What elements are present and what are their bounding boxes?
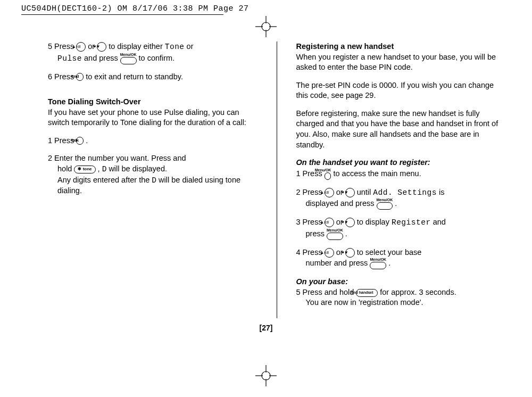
tone-dialing-para: If you have set your phone to use Pulse … (48, 107, 257, 128)
left-step-6: 6 Press end to exit and return to standb… (48, 72, 257, 82)
left-step-2-cont2: Any digits entered after the D will be d… (48, 175, 257, 196)
text: Any digits entered after the (57, 176, 152, 184)
left-step-2-cont1: hold ✱ tone , D will be displayed. (48, 164, 257, 175)
left-step-2: 2 Enter the number you want. Press and (48, 153, 257, 164)
down-icon: ♥▼ (97, 42, 106, 52)
registering-para1: When you register a new handset to your … (296, 52, 506, 73)
text: to confirm. (139, 53, 175, 62)
text: . (395, 199, 397, 208)
down-icon: ♥▼ (345, 218, 355, 227)
two-column-layout: 5 Press ▲rdl or ♥▼ to display either Ton… (48, 42, 505, 318)
text: number and press (306, 259, 370, 267)
crop-mark-top (255, 16, 277, 37)
tone-dialing-heading: Tone Dialing Switch-Over (48, 97, 257, 107)
add-settings-text: Add. Settings (373, 188, 437, 197)
right-step-1: 1 Press Menu/OK to access the main menu. (296, 168, 506, 180)
page-number: [27] (0, 324, 532, 332)
right-step-4: 4 Press ▲rdl or ♥▼ to select your base (296, 247, 506, 258)
header-rule (21, 14, 223, 15)
text: displayed and press (306, 199, 377, 208)
right-column: Registering a new handset When you regis… (296, 42, 506, 318)
right-step-5-cont: You are now in 'registration mode'. (296, 297, 506, 308)
text: hold (57, 164, 74, 173)
text: will be displayed. (109, 164, 167, 173)
menu-ok-icon: Menu/OK (120, 53, 137, 64)
text: until (357, 188, 373, 196)
up-icon: ▲rdl (325, 248, 334, 258)
tone-key-icon: ✱ tone (74, 166, 95, 173)
crop-mark-bottom (255, 365, 277, 386)
right-step-3: 3 Press ▲rdl or ♥▼ to display Register a… (296, 217, 506, 228)
text: is (439, 188, 444, 196)
registering-heading: Registering a new handset (296, 42, 506, 52)
right-step-2-cont: displayed and press Menu/OK . (296, 198, 506, 210)
menu-ok-icon: Menu/OK (327, 228, 343, 240)
left-step-5: 5 Press ▲rdl or ♥▼ to display either Ton… (48, 42, 257, 53)
menu-ok-icon: Menu/OK (377, 198, 393, 210)
register-text: Register (392, 218, 431, 227)
menu-ok-icon: Menu/OK (325, 168, 331, 180)
tone-text: Tone (165, 43, 185, 51)
registering-para3: Before registering, make sure the new ha… (296, 109, 506, 150)
right-step-4-cont: number and press Menu/OK . (296, 258, 506, 269)
right-step-3-cont: press Menu/OK . (296, 228, 506, 240)
text: . (345, 229, 347, 238)
text: 5 Press and hold (296, 288, 356, 296)
print-header: UC504DH(DECT160-2) OM 8/17/06 3:38 PM Pa… (0, 0, 532, 14)
on-base-sub: On your base: (296, 277, 506, 287)
svg-point-9 (262, 371, 270, 380)
text: press (306, 229, 327, 238)
column-divider (277, 42, 277, 318)
right-step-2: 2 Press ▲rdl or ♥▼ until Add. Settings i… (296, 187, 506, 198)
pulse-text: Pulse (57, 54, 82, 62)
text: and press (84, 53, 120, 62)
right-step-5: 5 Press and hold find handset for approx… (296, 287, 506, 298)
up-icon: ▲rdl (325, 188, 334, 197)
d-char: D (102, 165, 107, 173)
text: , (98, 164, 102, 173)
text: to exit and return to standby. (86, 72, 183, 81)
text: or (187, 42, 194, 51)
end-icon: end (76, 73, 84, 81)
text: . (86, 136, 88, 145)
svg-point-4 (262, 22, 270, 31)
text: to display either (109, 42, 165, 51)
find-handset-icon: find handset (356, 289, 378, 297)
d-char: D (152, 176, 156, 185)
talk-icon: talk (76, 137, 84, 145)
left-step-5-cont: Pulse and press Menu/OK to confirm. (48, 53, 257, 64)
left-step-1: 1 Press talk . (48, 136, 257, 146)
left-column: 5 Press ▲rdl or ♥▼ to display either Ton… (48, 42, 257, 318)
up-icon: ▲rdl (76, 42, 86, 52)
text: for approx. 3 seconds. (380, 288, 456, 296)
menu-ok-icon: Menu/OK (370, 258, 386, 269)
registering-para2: The pre-set PIN code is 0000. If you wis… (296, 80, 506, 101)
text: . (388, 259, 390, 267)
text: to access the main menu. (333, 169, 421, 177)
text: to display (357, 218, 392, 226)
on-handset-sub: On the handset you want to register: (296, 158, 506, 168)
down-icon: ♥▼ (345, 188, 355, 197)
up-icon: ▲rdl (325, 218, 334, 227)
down-icon: ♥▼ (345, 248, 355, 258)
text: and (433, 218, 446, 226)
text: to select your base (357, 248, 422, 257)
